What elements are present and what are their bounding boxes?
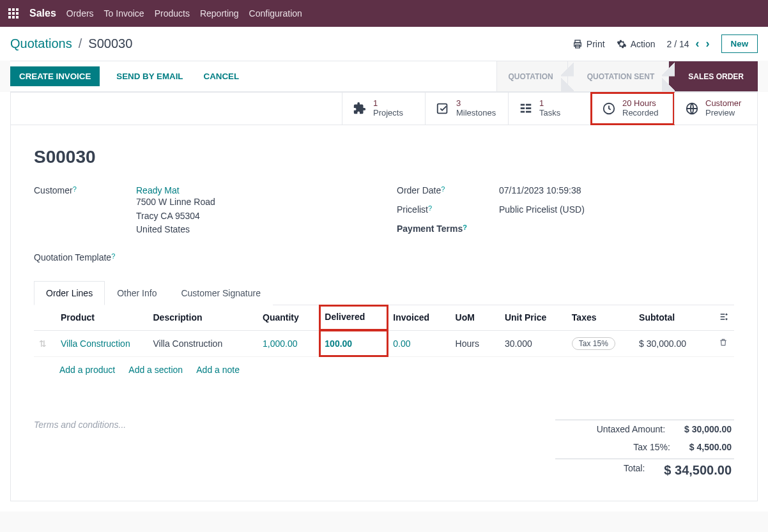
svg-rect-16 bbox=[526, 107, 531, 109]
svg-rect-17 bbox=[521, 111, 525, 113]
total-label: Total: bbox=[558, 463, 645, 478]
line-tax-chip[interactable]: Tax 15% bbox=[572, 337, 615, 350]
col-uom[interactable]: UoM bbox=[450, 305, 500, 331]
globe-icon bbox=[685, 102, 699, 116]
help-icon[interactable]: ? bbox=[441, 185, 445, 193]
terms-placeholder[interactable]: Terms and conditions... bbox=[34, 420, 126, 430]
col-delivered[interactable]: Delivered bbox=[319, 305, 388, 331]
customer-addr2: Tracy CA 95304 bbox=[136, 209, 371, 224]
svg-rect-4 bbox=[12, 12, 15, 15]
tab-other-info[interactable]: Other Info bbox=[105, 281, 169, 305]
line-quantity[interactable]: 1,000.00 bbox=[257, 330, 319, 356]
tab-order-lines[interactable]: Order Lines bbox=[34, 281, 105, 305]
status-quotation-sent[interactable]: QUOTATION SENT bbox=[567, 61, 669, 91]
print-icon bbox=[572, 39, 583, 49]
tab-customer-signature[interactable]: Customer Signature bbox=[169, 281, 273, 305]
stat-milestones[interactable]: 3 Milestones bbox=[425, 93, 508, 125]
clock-icon bbox=[602, 102, 616, 116]
help-icon[interactable]: ? bbox=[73, 185, 77, 193]
customer-link[interactable]: Ready Mat bbox=[136, 185, 371, 195]
print-button[interactable]: Print bbox=[572, 39, 605, 49]
status-sales-order[interactable]: SALES ORDER bbox=[668, 61, 758, 91]
add-note-link[interactable]: Add a note bbox=[196, 365, 240, 375]
col-quantity[interactable]: Quantity bbox=[257, 305, 319, 331]
gear-icon bbox=[617, 39, 627, 49]
stat-milestones-count: 3 bbox=[456, 99, 496, 109]
svg-rect-18 bbox=[526, 111, 531, 113]
line-description[interactable]: Villa Construction bbox=[148, 330, 258, 356]
app-name[interactable]: Sales bbox=[29, 8, 56, 19]
col-subtotal[interactable]: Subtotal bbox=[634, 305, 714, 331]
checkbox-icon bbox=[436, 102, 450, 116]
col-unit-price[interactable]: Unit Price bbox=[500, 305, 567, 331]
line-delivered[interactable]: 100.00 bbox=[319, 330, 388, 356]
nav-to-invoice[interactable]: To Invoice bbox=[104, 8, 144, 19]
payment-terms-label: Payment Terms? bbox=[397, 224, 499, 234]
stat-tasks[interactable]: 1 Tasks bbox=[508, 93, 591, 125]
pager: 2 / 14 ‹ › bbox=[667, 37, 710, 50]
line-uom[interactable]: Hours bbox=[450, 330, 500, 356]
action-button[interactable]: Action bbox=[617, 39, 656, 49]
line-invoiced[interactable]: 0.00 bbox=[388, 330, 450, 356]
nav-orders[interactable]: Orders bbox=[66, 8, 94, 19]
svg-rect-7 bbox=[12, 16, 15, 19]
svg-rect-1 bbox=[12, 8, 15, 11]
untaxed-label: Untaxed Amount: bbox=[558, 424, 665, 434]
stat-customer-preview[interactable]: Customer Preview bbox=[674, 93, 757, 125]
drag-handle-icon[interactable]: ⇅ bbox=[39, 338, 47, 349]
order-date-value[interactable]: 07/11/2023 10:59:38 bbox=[499, 185, 734, 195]
svg-rect-12 bbox=[438, 104, 447, 114]
add-section-link[interactable]: Add a section bbox=[128, 365, 183, 375]
svg-rect-8 bbox=[16, 16, 19, 19]
help-icon[interactable]: ? bbox=[463, 224, 467, 231]
stat-projects[interactable]: 1 Projects bbox=[342, 93, 425, 125]
tasks-icon bbox=[519, 102, 533, 116]
tabs: Order Lines Other Info Customer Signatur… bbox=[34, 280, 734, 305]
customer-label: Customer? bbox=[34, 185, 136, 195]
nav-configuration[interactable]: Configuration bbox=[249, 8, 302, 19]
col-taxes[interactable]: Taxes bbox=[567, 305, 634, 331]
col-description[interactable]: Description bbox=[148, 305, 258, 331]
quotation-template-label: Quotation Template? bbox=[34, 252, 136, 262]
table-row[interactable]: ⇅ Villa Construction Villa Construction … bbox=[34, 330, 734, 356]
col-invoiced[interactable]: Invoiced bbox=[388, 305, 450, 331]
pricelist-value[interactable]: Public Pricelist (USD) bbox=[499, 204, 734, 215]
stat-preview-top: Customer bbox=[705, 99, 741, 109]
top-navbar: Sales Orders To Invoice Products Reporti… bbox=[0, 0, 768, 27]
pager-prev[interactable]: ‹ bbox=[696, 37, 700, 50]
svg-rect-6 bbox=[8, 16, 11, 19]
help-icon[interactable]: ? bbox=[428, 204, 432, 212]
apps-icon[interactable] bbox=[8, 8, 19, 19]
add-product-link[interactable]: Add a product bbox=[59, 365, 115, 375]
order-date-label: Order Date? bbox=[397, 185, 499, 195]
action-label: Action bbox=[631, 39, 656, 49]
new-button[interactable]: New bbox=[721, 34, 758, 53]
stat-tasks-count: 1 bbox=[539, 99, 560, 109]
pager-count[interactable]: 2 / 14 bbox=[667, 39, 689, 49]
breadcrumb-leaf: S00030 bbox=[88, 36, 132, 51]
stat-strip: 1 Projects 3 Milestones 1 Tasks 20 Hours… bbox=[11, 93, 757, 125]
col-product[interactable]: Product bbox=[56, 305, 148, 331]
status-quotation[interactable]: QUOTATION bbox=[496, 61, 567, 91]
create-invoice-button[interactable]: CREATE INVOICE bbox=[10, 66, 100, 86]
cancel-button[interactable]: CANCEL bbox=[200, 71, 243, 82]
columns-config-icon[interactable] bbox=[714, 305, 734, 331]
svg-rect-14 bbox=[526, 104, 531, 106]
delete-line-icon[interactable] bbox=[714, 330, 734, 356]
breadcrumb-root[interactable]: Quotations bbox=[10, 36, 72, 51]
stat-hours-recorded[interactable]: 20 Hours Recorded bbox=[591, 93, 674, 125]
stat-projects-count: 1 bbox=[373, 99, 403, 109]
help-icon[interactable]: ? bbox=[111, 252, 115, 260]
nav-products[interactable]: Products bbox=[155, 8, 190, 19]
line-product[interactable]: Villa Construction bbox=[61, 338, 130, 349]
line-unit-price[interactable]: 30.000 bbox=[500, 330, 567, 356]
nav-reporting[interactable]: Reporting bbox=[200, 8, 239, 19]
pager-next[interactable]: › bbox=[706, 37, 710, 50]
record-title: S00030 bbox=[34, 147, 734, 167]
send-email-button[interactable]: SEND BY EMAIL bbox=[112, 71, 187, 82]
breadcrumb: Quotations / S00030 bbox=[10, 36, 132, 51]
stat-recorded-count: 20 Hours bbox=[622, 99, 658, 109]
line-subtotal: $ 30,000.00 bbox=[634, 330, 714, 356]
stat-recorded-label: Recorded bbox=[622, 109, 658, 118]
svg-rect-5 bbox=[16, 12, 19, 15]
